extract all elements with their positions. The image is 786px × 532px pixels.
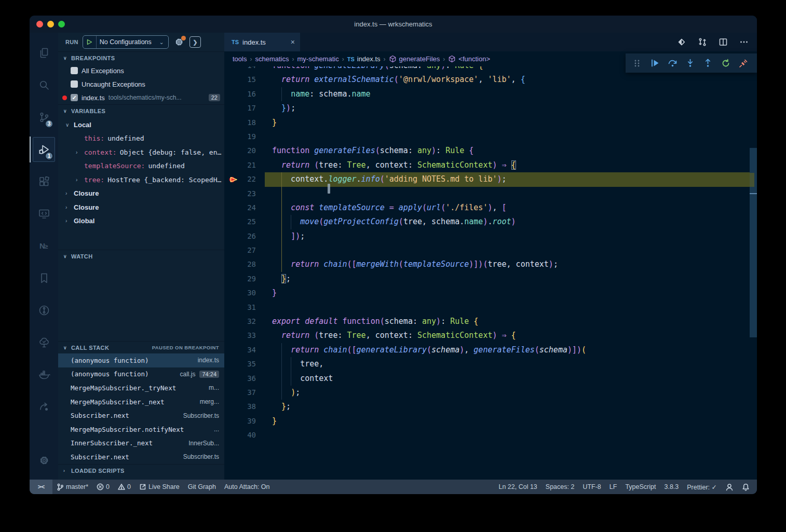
line-number[interactable]: 27 [224,243,256,257]
status-item-spaces-2[interactable]: Spaces: 2 [541,483,579,490]
status-item-0[interactable]: 0 [92,483,114,490]
call-stack-frame[interactable]: Subscriber.nextSubscriber.ts [58,408,224,422]
call-stack-frame[interactable]: Subscriber.nextSubscriber.ts [58,450,224,464]
open-changes-icon[interactable] [677,37,686,47]
line-number[interactable]: 18 [224,116,256,130]
code-line[interactable]: 25 move(getProjectConfig(tree, schema.na… [224,215,757,229]
variable-row[interactable]: ›context: Object {debug: false, en… [58,145,224,159]
status-item-prettier[interactable]: Prettier: ✓ [683,483,721,491]
activity-item-docker[interactable] [30,359,58,391]
breakpoint-row[interactable]: All Exceptions [58,64,224,77]
line-number[interactable]: 24 [224,201,256,215]
status-item-typescript[interactable]: TypeScript [621,483,660,490]
variable-row[interactable]: ›tree: HostTree {_backend: ScopedH… [58,173,224,187]
code-line[interactable]: 34 return chain([generateLibrary(schema)… [224,343,757,357]
code-line[interactable]: 30} [224,286,757,300]
line-number[interactable]: 34 [224,343,256,357]
close-window-button[interactable] [36,21,43,28]
breadcrumb-item[interactable]: schematics [255,55,289,63]
status-item-0[interactable]: 0 [114,483,135,490]
code-line[interactable]: 23 [224,187,757,201]
activity-item-run-and-debug[interactable]: 1 [30,133,58,166]
debug-console-button[interactable]: ❯ [189,36,201,48]
code-line[interactable]: 18} [224,116,757,130]
activity-item-gitlens[interactable] [30,294,58,326]
code-line[interactable]: 22 context.logger.info('adding NOTES.md … [224,172,757,186]
more-actions-icon[interactable] [739,37,749,47]
line-number[interactable]: 32 [224,315,256,329]
line-number[interactable]: 25 [224,215,256,229]
status-item-utf-8[interactable]: UTF-8 [578,483,605,490]
line-number[interactable]: 31 [224,301,256,315]
line-number[interactable]: 23 [224,187,256,201]
call-stack-frame[interactable]: (anonymous function)call.js74:24 [58,367,224,381]
line-number[interactable]: 22 [224,172,256,186]
call-stack-frame[interactable]: MergeMapSubscriber._nextmerg... [58,395,224,409]
status-item-lf[interactable]: LF [605,483,621,490]
code-line[interactable]: 33 return (tree: Tree, context: Schemati… [224,329,757,343]
remote-indicator[interactable]: >< [30,480,52,494]
variable-row[interactable]: ›Closure [58,200,224,214]
activity-item-nx-console[interactable]: N≥ [30,230,58,262]
variable-row[interactable]: ∨Local [58,118,224,132]
compare-changes-icon[interactable] [698,37,707,47]
line-number[interactable]: 26 [224,229,256,243]
step-over-icon[interactable] [666,57,679,70]
breadcrumb-item[interactable]: my-schematic [297,55,339,63]
breakpoints-section-header[interactable]: ∨ BREAKPOINTS [58,51,224,64]
zoom-window-button[interactable] [58,21,65,28]
activity-item-todo-tree[interactable] [30,326,58,359]
activity-item-source-control[interactable]: 3 [30,101,58,133]
code-line[interactable]: 16 name: schema.name [224,87,757,101]
status-item-auto-attach-on[interactable]: Auto Attach: On [220,483,274,490]
code-line[interactable]: 40 [224,428,757,442]
call-stack-frame[interactable]: (anonymous function)index.ts [58,353,224,367]
breadcrumb-item[interactable]: generateFiles [389,55,440,63]
start-debug-icon[interactable] [83,36,97,48]
activity-item-settings[interactable] [30,444,58,476]
code-line[interactable]: 17 }); [224,101,757,115]
activity-item-explorer[interactable] [30,37,58,69]
configure-gear-button[interactable] [173,36,185,48]
call-stack-frame[interactable]: MergeMapSubscriber.notifyNext... [58,422,224,436]
line-number[interactable]: 39 [224,414,256,428]
loaded-scripts-section-header[interactable]: › LOADED SCRIPTS [58,464,224,476]
activity-item-remote-explorer[interactable] [30,198,58,230]
variable-row[interactable]: ›Closure [58,187,224,201]
status-item[interactable] [738,483,754,491]
line-number[interactable]: 40 [224,428,256,442]
restart-icon[interactable] [720,57,732,70]
breadcrumb-item[interactable]: tools [233,55,247,63]
breakpoint-row[interactable]: Uncaught Exceptions [58,77,224,91]
vertical-scrollbar[interactable] [750,66,757,480]
code-line[interactable]: 38 }; [224,400,757,414]
breakpoint-row[interactable]: ✓index.tstools/schematics/my-sch...22 [58,91,224,104]
variable-row[interactable]: templateSource: undefined [58,159,224,173]
code-line[interactable]: 24 const templateSource = apply(url('./f… [224,201,757,215]
activity-item-live-share[interactable] [30,391,58,423]
breakpoint-checkbox[interactable] [71,80,78,88]
status-item-live-share[interactable]: Live Share [135,483,184,490]
continue-icon[interactable] [648,57,661,70]
variables-section-header[interactable]: ∨ VARIABLES [58,104,224,117]
line-number[interactable]: 30 [224,286,256,300]
activity-item-extensions[interactable] [30,166,58,198]
status-item[interactable] [721,483,738,491]
status-item-git-graph[interactable]: Git Graph [184,483,220,490]
line-number[interactable]: 33 [224,329,256,343]
line-number[interactable]: 14 [224,66,256,73]
variable-row[interactable]: this: undefined [58,132,224,146]
launch-config-dropdown[interactable]: No Configurations ⌄ [83,35,169,49]
code-line[interactable]: 28 return chain([mergeWith(templateSourc… [224,257,757,271]
minimize-window-button[interactable] [47,21,54,28]
code-line[interactable]: 39} [224,414,757,428]
code-line[interactable]: 20function generateFiles(schema: any): R… [224,144,757,158]
breakpoint-checkbox[interactable]: ✓ [71,94,78,101]
line-number[interactable]: 19 [224,130,256,144]
disconnect-icon[interactable] [737,57,750,70]
code-editor[interactable]: 14function generateLibrary(schema: any):… [224,66,757,480]
split-editor-icon[interactable] [719,37,728,47]
line-number[interactable]: 37 [224,386,256,400]
code-line[interactable]: 15 return externalSchematic('@nrwl/works… [224,73,757,87]
status-item-ln-22-col-13[interactable]: Ln 22, Col 13 [494,483,541,490]
